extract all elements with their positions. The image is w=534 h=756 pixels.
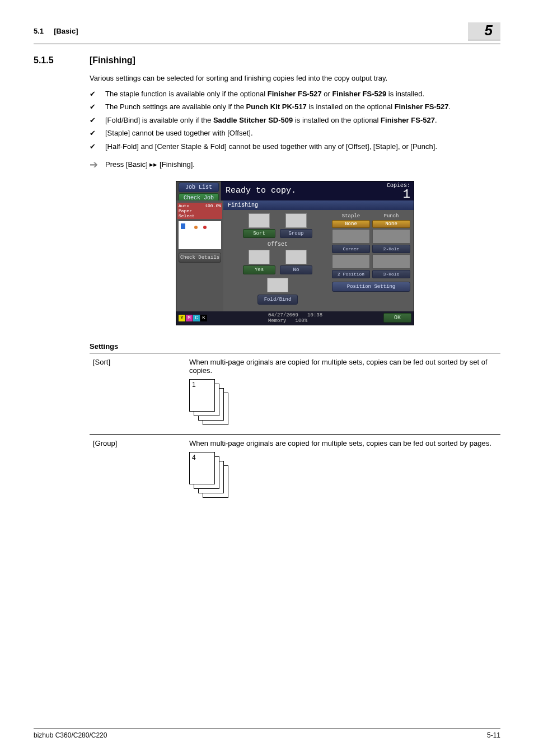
list-item: [Half-Fold] and [Center Staple & Fold] c…	[90, 142, 500, 152]
punch-none-button[interactable]: None	[372, 220, 410, 228]
fold-bind-button[interactable]: Fold/Bind	[257, 295, 298, 305]
sort-diagram: 1 1 1 1	[189, 379, 234, 430]
job-list-button[interactable]: Job List	[179, 183, 219, 192]
header-section: 5.1 [Basic]	[34, 27, 78, 35]
staple-2pos-icon[interactable]	[332, 254, 370, 269]
offset-no-button[interactable]: No	[280, 265, 312, 274]
finishing-tab[interactable]: Finishing	[223, 200, 414, 210]
section-number: 5.1.5	[34, 55, 90, 66]
staple-2position-button[interactable]: 2 Position	[332, 270, 370, 278]
punch-2hole-icon[interactable]	[372, 229, 410, 244]
table-row: [Sort] When multi-page originals are cop…	[90, 353, 500, 434]
settings-table: [Sort] When multi-page originals are cop…	[90, 353, 500, 507]
offset-yes-icon	[249, 250, 270, 264]
check-details-button[interactable]: Check Details	[179, 253, 221, 263]
setting-name: [Group]	[90, 434, 186, 507]
ok-button[interactable]: OK	[383, 313, 411, 323]
setting-name: [Sort]	[90, 353, 186, 434]
punch-3hole-button[interactable]: 3-Hole	[372, 270, 410, 278]
sort-icon	[249, 213, 270, 228]
offset-label: Offset	[227, 241, 329, 248]
offset-yes-button[interactable]: Yes	[243, 265, 275, 274]
fold-bind-icon	[267, 278, 288, 292]
toner-y: Y	[179, 315, 185, 321]
finishing-screen: Job List Check Job Ready to copy. Copies…	[176, 181, 414, 325]
footer-model: bizhub C360/C280/C220	[34, 731, 107, 739]
settings-heading: Settings	[90, 342, 500, 351]
copies-value: 1	[371, 189, 410, 201]
offset-no-icon	[285, 250, 307, 264]
preview-thumbnail	[179, 221, 221, 249]
section-title: [Finishing]	[90, 55, 135, 66]
group-button[interactable]: Group	[280, 229, 312, 238]
punch-3hole-icon[interactable]	[372, 254, 410, 269]
header-section-num: 5.1	[34, 27, 44, 35]
staple-none-button[interactable]: None	[332, 220, 370, 228]
list-item: The staple function is available only if…	[90, 89, 500, 99]
zoom-value: 100.0%	[205, 203, 221, 218]
section-intro: Various settings can be selected for sor…	[90, 73, 500, 83]
toner-status: Y M C K	[179, 315, 207, 321]
table-row: [Group] When multi-page originals are co…	[90, 434, 500, 507]
side-panel: Auto Paper Select 100.0% Check Details	[176, 200, 223, 311]
header-rule	[34, 44, 500, 44]
header-section-label: [Basic]	[54, 27, 78, 35]
staple-corner-icon[interactable]	[332, 229, 370, 244]
setting-desc: When multi-page originals are copied for…	[189, 358, 497, 375]
staple-header: Staple	[332, 213, 370, 219]
group-diagram: 1 2 3 4	[189, 452, 234, 502]
staple-corner-button[interactable]: Corner	[332, 245, 370, 253]
list-item: [Fold/Bind] is available only if the Sad…	[90, 115, 500, 125]
punch-header: Punch	[372, 213, 410, 219]
toner-c: C	[193, 315, 200, 321]
action-text: Press [Basic] ▸▸ [Finishing].	[105, 160, 195, 169]
chapter-number-box: 5	[468, 22, 500, 40]
datetime-memory: 04/27/2009 10:38 Memory 100%	[268, 312, 322, 324]
position-setting-button[interactable]: Position Setting	[332, 282, 410, 292]
punch-2hole-button[interactable]: 2-Hole	[372, 245, 410, 253]
copies-display: Copies: 1	[371, 181, 414, 200]
status-message: Ready to copy.	[221, 181, 371, 200]
list-item: [Staple] cannot be used together with [O…	[90, 128, 500, 138]
auto-paper-label: Auto Paper Select	[179, 203, 205, 218]
group-icon	[285, 213, 307, 228]
setting-desc: When multi-page originals are copied for…	[189, 439, 497, 447]
arrow-icon: ➔	[90, 158, 105, 171]
toner-m: M	[186, 315, 193, 321]
toner-k: K	[200, 315, 207, 321]
list-item: The Punch settings are available only if…	[90, 102, 500, 112]
sort-button[interactable]: Sort	[243, 229, 275, 238]
prerequisite-list: The staple function is available only if…	[90, 89, 500, 152]
footer-page: 5-11	[487, 731, 500, 739]
